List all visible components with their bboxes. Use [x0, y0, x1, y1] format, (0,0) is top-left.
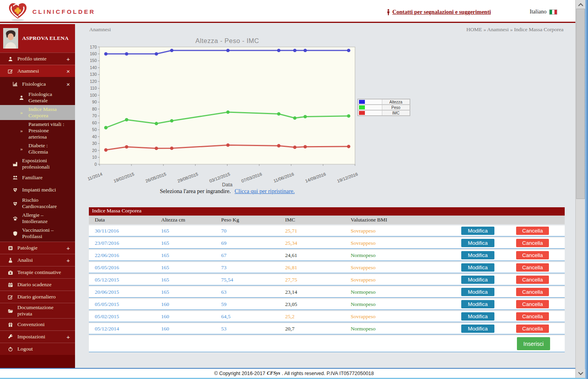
modifica-button[interactable]: Modifica — [461, 300, 494, 308]
users-icon — [13, 175, 18, 180]
cell-imc: 25,2 — [285, 313, 351, 320]
sidebar-item-documentazione-privata[interactable]: Documentazione privata — [0, 303, 75, 318]
scroll-down-button[interactable] — [576, 369, 585, 378]
sidebar-item-indice-massa-corporea[interactable]: »Indice Massa Corporea — [0, 105, 75, 120]
sidebar-item-allergie-intolleranze[interactable]: Allergie – Intolleranze — [0, 211, 75, 226]
sidebar-item-analisi[interactable]: Analisi+ — [0, 254, 75, 266]
expand-plus-icon[interactable]: + — [66, 257, 70, 264]
expand-plus-icon[interactable]: + — [66, 56, 70, 62]
expand-plus-icon[interactable]: + — [66, 245, 70, 251]
footer-brand: CFSys — [267, 370, 280, 376]
sidebar-item-convenzioni[interactable]: Convenzioni — [0, 318, 75, 330]
svg-text:150: 150 — [90, 58, 97, 63]
insert-row: Inserisci — [89, 336, 565, 352]
sidebar-item-anamnesi[interactable]: Anamnesi× — [0, 65, 75, 77]
cell-data: 05/05/2016 — [89, 265, 161, 271]
breadcrumb[interactable]: HOME » Anamnesi » Indice Massa Corporea — [466, 26, 564, 33]
column-header-altezza-cm: Altezza cm — [161, 217, 221, 223]
legend-item-altezza[interactable]: Altezza — [358, 99, 410, 105]
modifica-button[interactable]: Modifica — [461, 325, 494, 333]
cancella-button[interactable]: Cancella — [516, 312, 549, 321]
sidebar-item-parametri-vitali-pressione-arteriosa[interactable]: »Parametri vitali : Pressione arteriosa — [0, 120, 75, 141]
cancella-button[interactable]: Cancella — [516, 288, 549, 296]
sidebar-item-esposizioni-professionali[interactable]: Esposizioni professionali — [0, 156, 75, 171]
cancella-button[interactable]: Cancella — [516, 263, 549, 272]
sidebar-item-rischio-cardiovascolare[interactable]: Rischio Cardiovascolare — [0, 196, 75, 211]
cell-imc: 24,61 — [285, 252, 351, 259]
cell-data: 23/07/2016 — [89, 240, 161, 246]
inserisci-button[interactable]: Inserisci — [517, 337, 550, 350]
cancella-button[interactable]: Cancella — [516, 276, 549, 284]
sidebar-item-profilo-utente[interactable]: Profilo utente+ — [0, 53, 75, 65]
heart-hands-logo-icon — [7, 1, 28, 22]
section-label: Anamnesi — [89, 26, 111, 33]
sidebar-item-impostazioni[interactable]: Impostazioni+ — [0, 330, 75, 343]
table-row: 22/06/20161656724,61NormopesoModificaCan… — [89, 250, 565, 261]
svg-text:40: 40 — [92, 134, 97, 139]
legend-swatch-icon — [359, 100, 365, 104]
table-row: 20/06/20151656323,14NormopesoModificaCan… — [89, 287, 565, 298]
sidebar-item-familiare[interactable]: Familiare — [0, 171, 75, 184]
cancella-button[interactable]: Cancella — [516, 325, 549, 333]
modifica-button[interactable]: Modifica — [461, 312, 494, 321]
angles-icon: » — [20, 146, 23, 152]
language-selector[interactable]: Italiano — [530, 9, 557, 15]
cell-altezza: 165 — [161, 277, 221, 283]
patient-header[interactable]: ASPROVA ELENA — [0, 24, 75, 53]
contact-link[interactable]: Contatti per segnalazioni e suggerimenti — [386, 9, 491, 15]
cell-data: 22/06/2016 — [89, 252, 161, 259]
sidebar-item-terapie-continuative[interactable]: Terapie continuative — [0, 266, 75, 278]
legend-item-peso[interactable]: Peso — [358, 105, 410, 110]
svg-text:16/11/2014: 16/11/2014 — [88, 172, 103, 184]
gift-icon — [8, 322, 13, 327]
modifica-button[interactable]: Modifica — [461, 227, 494, 235]
edit-icon — [8, 69, 13, 74]
brand-logo[interactable]: CLINICFOLDER — [7, 1, 96, 22]
sidebar-item-diario-giornaliero[interactable]: Diario giornaliero — [0, 291, 75, 303]
chart-xaxis-title: Data — [100, 182, 355, 188]
chart-reset-link[interactable]: Clicca qui per ripristinare. — [235, 188, 295, 194]
cancella-button[interactable]: Cancella — [516, 300, 549, 308]
sidebar-item-diabete-glicemia[interactable]: »Diabete : Glicemia — [0, 141, 75, 156]
cancella-button[interactable]: Cancella — [516, 239, 549, 247]
copyright-suffix: . All rights reserved. P.IVA IT057720500… — [282, 371, 374, 376]
collapse-x-icon[interactable]: × — [66, 68, 70, 75]
modifica-button[interactable]: Modifica — [461, 263, 494, 272]
shield-icon — [13, 231, 18, 236]
expand-plus-icon[interactable]: + — [66, 334, 70, 340]
user-icon — [19, 95, 24, 100]
sidebar-menu: Profilo utente+Anamnesi×Fisiologica×Fisi… — [0, 53, 75, 355]
svg-text:50: 50 — [92, 127, 97, 132]
collapse-x-icon[interactable]: × — [66, 81, 70, 87]
legend-label: IMC — [382, 110, 410, 116]
cell-peso: 59 — [221, 301, 285, 308]
scroll-up-button[interactable] — [576, 0, 585, 9]
modifica-button[interactable]: Modifica — [461, 239, 494, 247]
cell-peso: 75,54 — [221, 277, 285, 283]
legend-item-imc[interactable]: IMC — [358, 110, 410, 116]
cell-peso: 70 — [221, 228, 285, 234]
imc-table-title: Indice Massa Corporea — [89, 207, 565, 216]
person-icon — [386, 9, 391, 15]
cell-data: 30/11/2016 — [89, 228, 161, 234]
cancella-button[interactable]: Cancella — [516, 251, 549, 259]
modifica-button[interactable]: Modifica — [461, 251, 494, 259]
sidebar-item-diario-scadenze[interactable]: Diario scadenze — [0, 278, 75, 291]
sidebar-item-vaccinazioni-profilassi[interactable]: Vaccinazioni – Profilassi — [0, 226, 75, 241]
sidebar-item-patologie[interactable]: Patologie+ — [0, 242, 75, 254]
sidebar-item-fisiologica[interactable]: Fisiologica× — [0, 78, 75, 90]
scrollbar-thumb[interactable] — [576, 9, 585, 199]
sidebar-item-label: Anamnesi — [17, 68, 39, 74]
modifica-button[interactable]: Modifica — [461, 288, 494, 296]
sidebar-item-logout[interactable]: Logout — [0, 343, 75, 355]
imc-table-header-row: DataAltezza cmPeso KgIMCValutazione BMI — [89, 216, 565, 224]
vertical-scrollbar[interactable] — [575, 0, 585, 378]
sidebar-item-label: Analisi — [17, 257, 33, 263]
sidebar-item-fisiologica-generale[interactable]: Fisiologica Generale — [0, 90, 75, 105]
cancella-button[interactable]: Cancella — [516, 227, 549, 235]
heartbeat-icon — [13, 187, 18, 192]
sidebar-item-label: Impostazioni — [17, 334, 45, 340]
modifica-button[interactable]: Modifica — [461, 276, 494, 284]
sidebar-item-impianti-medici[interactable]: Impianti medici — [0, 184, 75, 196]
imc-chart[interactable]: 0102030405060708090100110120130140150160… — [88, 43, 364, 188]
